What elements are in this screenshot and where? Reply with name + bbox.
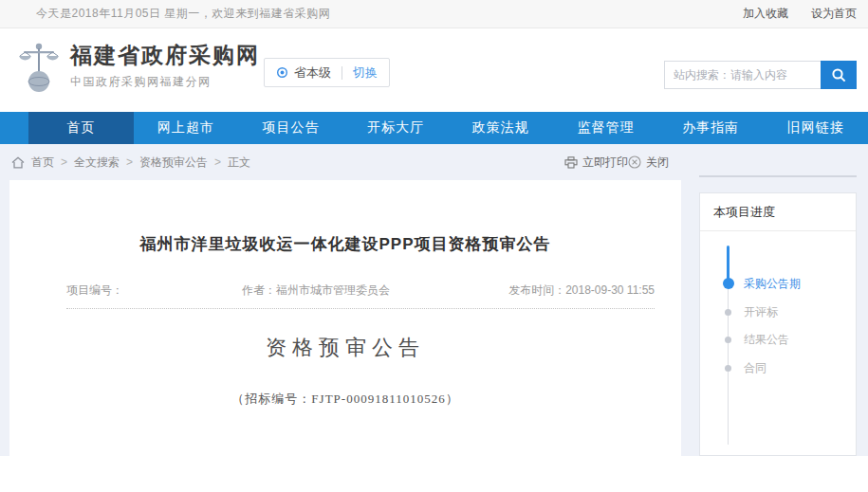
article-panel: 福州市洋里垃圾收运一体化建设PPP项目资格预审公告 项目编号： 作者：福州市城市… <box>9 180 681 456</box>
progress-panel-title: 本项目进度 <box>700 193 856 231</box>
close-icon <box>628 155 641 169</box>
region-selector: 省本级 切换 <box>264 58 390 87</box>
switch-region-link[interactable]: 切换 <box>353 64 378 82</box>
home-icon <box>11 156 25 169</box>
nav-item-project-notices[interactable]: 项目公告 <box>238 112 343 144</box>
nav-item-online-mall[interactable]: 网上超市 <box>134 112 239 144</box>
print-label: 立即打印 <box>582 155 628 171</box>
main-nav: 首页 网上超市 项目公告 开标大厅 政策法规 监督管理 办事指南 旧网链接 <box>0 112 868 144</box>
publish-time: 发布时间：2018-09-30 11:55 <box>508 282 655 299</box>
add-favorite-link[interactable]: 加入收藏 <box>743 6 788 22</box>
progress-step-result-notice: 结果公告 <box>700 332 856 347</box>
brand-text: 福建省政府采购网 中国政府采购网福建分网 <box>70 41 260 90</box>
progress-step-contract: 合同 <box>700 360 856 375</box>
nav-item-home[interactable]: 首页 <box>28 112 134 144</box>
divider <box>342 66 342 80</box>
site-header: 福建省政府采购网 中国政府采购网福建分网 省本级 切换 <box>0 29 868 112</box>
site-search <box>664 61 857 89</box>
current-region-label: 省本级 <box>294 64 331 82</box>
search-input[interactable] <box>664 61 821 89</box>
close-label: 关闭 <box>646 155 669 171</box>
progress-step-announcement: 采购公告期 <box>700 276 856 291</box>
article-author: 作者：福州市城市管理委员会 <box>242 282 390 299</box>
nav-item-bid-opening-hall[interactable]: 开标大厅 <box>343 112 449 144</box>
content-zone: 首页 > 全文搜索 > 资格预审公告 > 正文 立即打印 <box>0 144 868 456</box>
breadcrumb-separator: > <box>61 155 67 169</box>
printer-icon <box>564 156 578 169</box>
topbar: 今天是2018年11月05日 星期一，欢迎来到福建省采购网 加入收藏 设为首页 <box>0 0 868 28</box>
site-logo-link[interactable]: 福建省政府采购网 中国政府采购网福建分网 <box>17 41 260 98</box>
location-pin-icon <box>276 66 288 79</box>
breadcrumb-current: 正文 <box>228 155 250 171</box>
site-subtitle: 中国政府采购网福建分网 <box>70 74 260 90</box>
breadcrumb-separator: > <box>126 155 133 169</box>
step-label: 采购公告期 <box>744 276 801 292</box>
breadcrumb-prequalification[interactable]: 资格预审公告 <box>139 155 208 171</box>
step-label: 合同 <box>744 360 766 376</box>
breadcrumb-home[interactable]: 首页 <box>31 155 54 171</box>
breadcrumb: 首页 > 全文搜索 > 资格预审公告 > 正文 <box>11 155 250 171</box>
bid-number-line: （招标编号：FJTP-00091811010526） <box>9 391 681 408</box>
welcome-text: 今天是2018年11月05日 星期一，欢迎来到福建省采购网 <box>36 6 330 22</box>
scales-logo-icon <box>17 41 61 98</box>
nav-item-service-guide[interactable]: 办事指南 <box>658 112 764 144</box>
step-dot-icon <box>723 278 734 289</box>
nav-item-old-site-link[interactable]: 旧网链接 <box>763 112 868 144</box>
page: 今天是2018年11月05日 星期一，欢迎来到福建省采购网 加入收藏 设为首页 <box>0 0 868 492</box>
step-label: 结果公告 <box>744 332 789 348</box>
breadcrumb-fulltext-search[interactable]: 全文搜索 <box>74 155 120 171</box>
nav-item-supervision[interactable]: 监督管理 <box>553 112 658 144</box>
progress-step-bid-evaluation: 开评标 <box>700 304 856 319</box>
step-dot-icon <box>725 309 731 316</box>
set-homepage-link[interactable]: 设为首页 <box>811 6 857 22</box>
article-meta: 项目编号： 作者：福州市城市管理委员会 发布时间：2018-09-30 11:5… <box>66 282 655 309</box>
site-name: 福建省政府采购网 <box>70 41 260 69</box>
step-dot-icon <box>725 337 731 343</box>
topbar-links: 加入收藏 设为首页 <box>743 6 857 22</box>
search-button[interactable] <box>821 61 857 89</box>
print-button[interactable]: 立即打印 <box>564 144 628 180</box>
step-dot-icon <box>725 365 731 372</box>
progress-panel: 本项目进度 采购公告期 开评标 结果公告 合同 <box>699 192 857 456</box>
document-heading: 资格预审公告 <box>9 334 681 362</box>
search-icon <box>831 67 847 83</box>
article-title: 福州市洋里垃圾收运一体化建设PPP项目资格预审公告 <box>9 233 681 256</box>
close-button[interactable]: 关闭 <box>628 144 669 180</box>
project-number-label: 项目编号： <box>66 282 123 299</box>
sidebar-divider <box>699 175 857 177</box>
progress-timeline: 采购公告期 开评标 结果公告 合同 <box>700 231 856 455</box>
nav-item-policies[interactable]: 政策法规 <box>449 112 554 144</box>
breadcrumb-separator: > <box>214 155 221 169</box>
step-label: 开评标 <box>744 304 778 320</box>
